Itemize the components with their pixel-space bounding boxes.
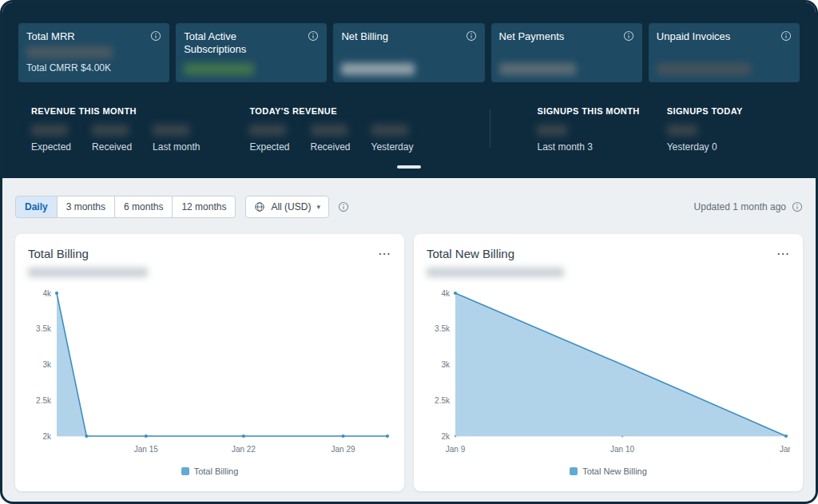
stat-item: Yesterday 0 <box>667 125 717 153</box>
main-section: Daily 3 months 6 months 12 months All (U… <box>2 178 816 504</box>
svg-text:4k: 4k <box>42 289 52 298</box>
kpi-title: Total Active Subscriptions <box>184 30 281 57</box>
currency-filter-dropdown[interactable]: All (USD) ▾ <box>245 196 329 218</box>
stat-item: Expected <box>31 125 71 153</box>
currency-filter-label: All (USD) <box>271 201 311 212</box>
legend-swatch <box>181 467 189 475</box>
stat-item: Last month 3 <box>537 125 592 153</box>
total-billing-card: Total Billing ⋯ 2k2.5k3k3.5k4kJan 15Jan … <box>15 234 404 491</box>
charts-row: Total Billing ⋯ 2k2.5k3k3.5k4kJan 15Jan … <box>15 234 803 491</box>
chart-legend: Total Billing <box>28 466 391 476</box>
svg-text:3k: 3k <box>42 360 52 369</box>
chevron-down-icon: ▾ <box>316 203 320 211</box>
svg-text:Jan 9: Jan 9 <box>446 445 466 454</box>
period-daily-button[interactable]: Daily <box>15 196 58 218</box>
svg-text:3k: 3k <box>441 360 451 369</box>
svg-text:3.5k: 3.5k <box>435 324 451 333</box>
stat-group-revenue-this-month: REVENUE THIS MONTH Expected Received Las… <box>31 106 200 153</box>
svg-text:2.5k: 2.5k <box>36 396 52 405</box>
currency-icon <box>254 201 265 212</box>
info-icon[interactable] <box>466 30 477 42</box>
svg-text:Jan 15: Jan 15 <box>134 445 158 454</box>
svg-text:Jan: Jan <box>780 445 790 454</box>
stat-item: Received <box>92 125 132 153</box>
vertical-divider <box>490 109 490 148</box>
legend-label: Total New Billing <box>582 466 647 476</box>
card-menu-button[interactable]: ⋯ <box>378 248 391 260</box>
total-new-billing-chart: 2k2.5k3k3.5k4kJan 9Jan 10Jan <box>427 285 790 465</box>
total-billing-chart: 2k2.5k3k3.5k4kJan 15Jan 22Jan 29 <box>28 285 391 465</box>
header-stats-row: REVENUE THIS MONTH Expected Received Las… <box>18 106 800 153</box>
kpi-card-net-payments: Net Payments <box>491 23 642 82</box>
period-3-months-button[interactable]: 3 months <box>58 196 115 218</box>
redacted-value <box>371 125 408 136</box>
redacted-value <box>537 125 567 136</box>
redacted-value <box>184 63 254 75</box>
kpi-footnote: Total CMRR $4.00K <box>26 62 161 73</box>
kpi-title: Net Payments <box>499 30 565 43</box>
info-icon[interactable] <box>338 201 349 212</box>
svg-text:4k: 4k <box>441 289 451 298</box>
svg-text:2.5k: 2.5k <box>435 396 451 405</box>
kpi-card-unpaid-invoices: Unpaid Invoices <box>649 23 800 82</box>
redacted-value <box>657 63 751 75</box>
svg-text:Jan 29: Jan 29 <box>332 445 355 454</box>
group-label: TODAY'S REVENUE <box>249 106 413 116</box>
redacted-value <box>667 125 697 136</box>
chart-title: Total New Billing <box>427 247 514 260</box>
stat-group-todays-revenue: TODAY'S REVENUE Expected Received Yester… <box>249 106 413 153</box>
updated-status: Updated 1 month ago <box>694 201 803 212</box>
redacted-value <box>311 125 347 136</box>
redacted-value <box>153 125 189 136</box>
redacted-subtitle <box>427 268 564 277</box>
info-icon[interactable] <box>623 30 634 42</box>
card-menu-button[interactable]: ⋯ <box>776 248 790 260</box>
kpi-title: Net Billing <box>341 30 388 43</box>
info-icon[interactable] <box>308 30 319 42</box>
dashboard: Total MRR Total CMRR $4.00K Total Active… <box>0 0 818 504</box>
redacted-value <box>92 125 129 136</box>
info-icon[interactable] <box>792 201 803 212</box>
svg-text:2k: 2k <box>441 432 451 441</box>
redacted-value <box>31 125 68 136</box>
info-icon[interactable] <box>150 30 161 42</box>
collapse-handle[interactable] <box>397 165 421 169</box>
chart-legend: Total New Billing <box>427 466 790 476</box>
group-label: SIGNUPS TODAY <box>667 106 743 116</box>
period-segmented-control: Daily 3 months 6 months 12 months <box>15 196 236 218</box>
updated-text: Updated 1 month ago <box>694 201 786 212</box>
header-section: Total MRR Total CMRR $4.00K Total Active… <box>2 2 816 178</box>
svg-text:Jan 10: Jan 10 <box>610 445 634 454</box>
redacted-subtitle <box>28 268 148 277</box>
kpi-card-net-billing: Net Billing <box>333 23 484 82</box>
stat-item: Yesterday <box>371 125 414 153</box>
stat-item: Expected <box>249 125 289 153</box>
period-6-months-button[interactable]: 6 months <box>115 196 173 218</box>
stat-item: Received <box>311 125 351 153</box>
kpi-title: Unpaid Invoices <box>657 30 731 43</box>
kpi-card-active-subscriptions: Total Active Subscriptions <box>176 23 327 82</box>
redacted-value <box>341 63 415 75</box>
redacted-value <box>26 46 113 58</box>
legend-swatch <box>570 467 578 475</box>
redacted-value <box>499 63 576 75</box>
info-icon[interactable] <box>780 30 792 42</box>
stat-item: Last month <box>153 125 200 153</box>
group-label: SIGNUPS THIS MONTH <box>537 106 639 116</box>
redacted-value <box>249 125 286 136</box>
kpi-cards-row: Total MRR Total CMRR $4.00K Total Active… <box>18 23 800 82</box>
svg-text:2k: 2k <box>42 432 52 441</box>
chart-toolbar: Daily 3 months 6 months 12 months All (U… <box>15 196 803 218</box>
svg-text:Jan 22: Jan 22 <box>232 445 256 454</box>
stat-group-signups-today: SIGNUPS TODAY Yesterday 0 <box>667 106 743 153</box>
chart-title: Total Billing <box>28 247 89 260</box>
total-new-billing-card: Total New Billing ⋯ 2k2.5k3k3.5k4kJan 9J… <box>414 234 803 491</box>
svg-text:3.5k: 3.5k <box>36 324 52 333</box>
stat-group-signups-this-month: SIGNUPS THIS MONTH Last month 3 <box>537 106 639 153</box>
kpi-title: Total MRR <box>26 30 75 43</box>
period-12-months-button[interactable]: 12 months <box>173 196 236 218</box>
kpi-card-total-mrr: Total MRR Total CMRR $4.00K <box>18 23 169 82</box>
group-label: REVENUE THIS MONTH <box>31 106 200 116</box>
legend-label: Total Billing <box>194 466 239 476</box>
